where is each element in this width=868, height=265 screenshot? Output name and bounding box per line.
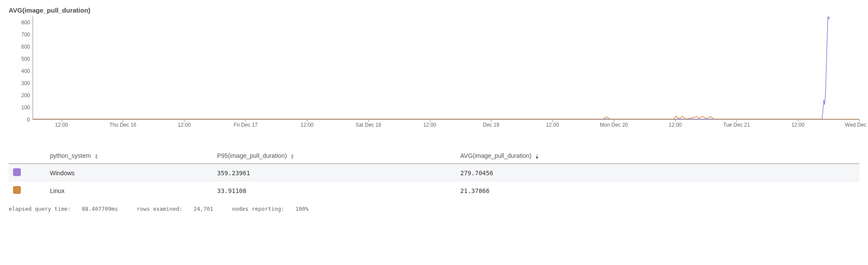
x-tick-label: 12:00 — [55, 122, 68, 128]
elapsed-value: 88.407709ms — [82, 206, 118, 212]
cell-avg: 21.37866 — [456, 182, 859, 200]
y-axis: 0100200300400500600700800 — [9, 16, 33, 120]
table-header-avg[interactable]: AVG(image_pull_duration) ▲▼ — [456, 149, 859, 164]
x-tick-label: 12:00 — [300, 122, 314, 128]
cell-system: Windows — [26, 164, 213, 182]
sort-icon: ▲▼ — [290, 153, 294, 159]
table-header-system-label: python_system — [50, 152, 91, 159]
sort-icon: ▲▼ — [94, 153, 99, 159]
elapsed-label: elapsed query time: — [9, 206, 71, 212]
cell-system: Linux — [26, 182, 213, 200]
x-tick-label: Wed Dec 22 — [845, 122, 868, 128]
x-tick-label: 12:00 — [423, 122, 436, 128]
table-header-system[interactable]: python_system ▲▼ — [26, 149, 213, 164]
y-tick-label: 700 — [21, 32, 30, 38]
y-tick-label: 200 — [21, 92, 30, 98]
x-tick-label: Sat Dec 18 — [356, 122, 381, 128]
table-header-avg-label: AVG(image_pull_duration) — [460, 152, 531, 159]
y-tick-label: 100 — [21, 105, 30, 111]
table-header-swatch — [9, 149, 26, 164]
chart-plot[interactable] — [33, 16, 859, 120]
y-tick-label: 300 — [21, 80, 30, 86]
x-tick-label: Tue Dec 21 — [723, 122, 750, 128]
y-tick-label: 500 — [21, 56, 30, 62]
x-tick-label: Thu Dec 16 — [109, 122, 136, 128]
chart-area: 0100200300400500600700800 12:00Thu Dec 1… — [9, 16, 859, 134]
y-tick-label: 600 — [21, 44, 30, 50]
query-stats: elapsed query time: 88.407709ms rows exa… — [9, 206, 859, 212]
table-row[interactable]: Linux33.9110821.37866 — [9, 182, 859, 200]
x-tick-label: 12:00 — [792, 122, 805, 128]
cell-avg: 279.70456 — [456, 164, 859, 182]
nodes-reporting-value: 100% — [295, 206, 308, 212]
cell-p95: 359.23961 — [213, 164, 456, 182]
y-tick-label: 0 — [27, 117, 30, 123]
cell-p95: 33.91108 — [213, 182, 456, 200]
nodes-reporting-label: nodes reporting: — [232, 206, 284, 212]
x-tick-label: Mon Dec 20 — [600, 122, 628, 128]
rows-examined-label: rows examined: — [137, 206, 182, 212]
series-swatch — [9, 164, 26, 182]
results-table: python_system ▲▼ P95(image_pull_duration… — [9, 149, 859, 200]
chart-title: AVG(image_pull_duration) — [9, 7, 859, 14]
table-header-p95-label: P95(image_pull_duration) — [217, 152, 287, 159]
series-swatch — [9, 182, 26, 200]
table-header-p95[interactable]: P95(image_pull_duration) ▲▼ — [213, 149, 456, 164]
rows-examined-value: 24,701 — [194, 206, 213, 212]
x-axis: 12:00Thu Dec 1612:00Fri Dec 1712:00Sat D… — [33, 122, 859, 133]
x-tick-label: 12:00 — [669, 122, 682, 128]
x-tick-label: 12:00 — [178, 122, 191, 128]
table-row[interactable]: Windows359.23961279.70456 — [9, 164, 859, 182]
y-tick-label: 800 — [21, 20, 30, 26]
x-tick-label: Dec 19 — [483, 122, 499, 128]
series-line-windows — [33, 16, 829, 119]
sort-icon: ▲▼ — [535, 153, 539, 159]
x-tick-label: Fri Dec 17 — [234, 122, 257, 128]
x-tick-label: 12:00 — [546, 122, 559, 128]
y-tick-label: 400 — [21, 68, 30, 74]
